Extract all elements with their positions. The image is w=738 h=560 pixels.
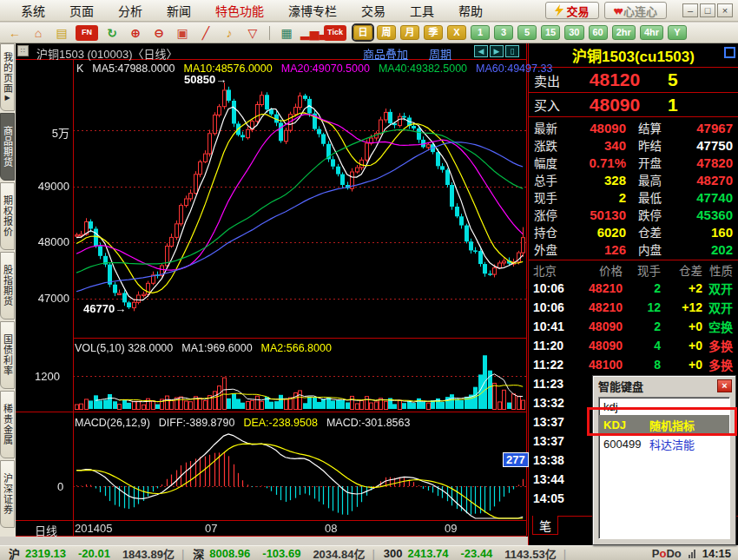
draw-icon[interactable]: ╱ — [196, 25, 215, 41]
period-30[interactable]: 30 — [564, 25, 583, 40]
splitter-button[interactable]: ∷ — [17, 45, 29, 56]
chart-nav-buttons: ◀ ▶ ▯ — [474, 45, 519, 57]
bid-qty: 1 — [662, 95, 678, 115]
menu-分析[interactable]: 分析 — [106, 0, 155, 21]
report-icon[interactable]: ▤ — [52, 25, 71, 41]
zoom-out-icon[interactable]: ⊖ — [149, 25, 168, 41]
period-周[interactable]: 周 — [377, 25, 396, 40]
time-axis-tick: 08 — [325, 522, 337, 535]
quote-stat-row: 幅度0.71% 开盘47820 — [529, 154, 738, 171]
ma-legend-item: MA5:47988.0000 — [92, 63, 175, 75]
quote-stat-row: 现手2 最低47740 — [529, 188, 738, 206]
menu-页面[interactable]: 页面 — [57, 0, 106, 21]
sidebar-tab-稀贵金属[interactable]: 稀贵金属 — [0, 391, 15, 458]
quote-stat-row: 涨跌340 昨结47750 — [529, 136, 738, 154]
menu-帮助[interactable]: 帮助 — [446, 0, 495, 21]
sidebar-tab-期权报价[interactable]: 期权报价 — [0, 182, 15, 250]
vol-legend-item: MA2:566.8000 — [261, 342, 332, 354]
period-日[interactable]: 日 — [353, 25, 372, 40]
quote-stat-row: 外盘126 内盘202 — [529, 240, 738, 258]
bid-label: 买入 — [529, 96, 567, 114]
annotation-box — [587, 407, 737, 436]
sidebar-tab-股指期货[interactable]: 股指期货 — [0, 252, 15, 320]
quote-table-icon[interactable]: ▦ — [277, 25, 296, 41]
tick-icon[interactable]: Tick — [324, 25, 346, 41]
maximize-button[interactable]: □ — [700, 3, 715, 17]
refresh-icon[interactable]: ↻ — [102, 25, 122, 41]
clock: 14:15 — [702, 547, 731, 560]
macd-legend-item: MACD(26,12,9) — [75, 417, 150, 429]
chart-canvas[interactable] — [16, 43, 528, 537]
macd-legend: MACD(26,12,9)DIFF:-389.8790DEA:-238.9508… — [75, 414, 418, 430]
period-buttons: 日周月季X1351530602hr4hrY — [353, 25, 687, 40]
period-X[interactable]: X — [447, 25, 466, 40]
menu-新闻[interactable]: 新闻 — [155, 0, 203, 21]
menu-交易[interactable]: 交易 — [349, 0, 398, 21]
period-5[interactable]: 5 — [517, 25, 537, 40]
keyboard-result-600499[interactable]: 600499科达洁能 — [599, 434, 729, 453]
home-icon[interactable]: ⌂ — [29, 25, 48, 41]
legend-k: K — [76, 63, 83, 75]
window-controls: – □ × — [682, 3, 733, 17]
tick-row: 11:2248100 8+0 多换 — [529, 355, 738, 374]
index-segment-沪: 沪2319.13 -20.011843.89亿 — [0, 545, 181, 560]
tick-tab[interactable]: 笔 — [532, 516, 558, 535]
period-Y[interactable]: Y — [668, 25, 687, 40]
menu-items: 系统页面分析新闻特色功能濠博专栏交易工具帮助 — [0, 0, 495, 21]
toolbar-icons: ←⌂▤FN↻⊕⊖▣╱♪▽▦▂▅▃Tick — [0, 25, 346, 41]
heart-link-button[interactable]: ♥♥ 心连心 — [604, 2, 667, 19]
menu-系统[interactable]: 系统 — [9, 0, 57, 21]
filter-icon[interactable]: ▽ — [243, 25, 262, 41]
period-季[interactable]: 季 — [424, 25, 443, 40]
quote-stat-row: 持仓6020 仓差160 — [529, 223, 738, 240]
heart-button-label: 心连心 — [623, 3, 657, 19]
quote-stat-row: 最新48090 结算47967 — [529, 119, 738, 136]
period-60[interactable]: 60 — [589, 25, 608, 40]
period-1[interactable]: 1 — [471, 25, 490, 40]
popup-close-icon[interactable]: × — [717, 379, 732, 392]
high-price-marker: 50850→ — [184, 73, 227, 86]
menu-濠博专栏[interactable]: 濠博专栏 — [276, 0, 349, 21]
trade-button[interactable]: 交易 — [545, 2, 599, 19]
next-page-icon[interactable]: ▶ — [490, 45, 504, 57]
menu-特色功能[interactable]: 特色功能 — [203, 0, 276, 21]
tick-row: 11:2048090 4+0 多换 — [529, 336, 738, 355]
index-segment-深: 深8008.96 -103.692034.84亿 — [184, 545, 372, 560]
sidebar-tab-我的页面[interactable]: 我的页面▶ — [0, 43, 15, 111]
kline-icon[interactable]: ▂▅▃ — [300, 25, 320, 41]
overlay-icon[interactable]: ▣ — [173, 25, 192, 41]
fn-icon[interactable]: FN — [76, 25, 98, 41]
ma-legend-item: MA60:49497.33 — [476, 63, 552, 75]
period-月[interactable]: 月 — [400, 25, 419, 40]
sidebar-tab-商品期货[interactable]: 商品期货 — [0, 113, 15, 181]
detach-panel-icon[interactable] — [724, 47, 735, 58]
lightning-icon — [555, 4, 563, 16]
zoom-in-icon[interactable]: ⊕ — [126, 25, 145, 41]
close-button[interactable]: × — [717, 3, 733, 17]
time-axis-tick: 09 — [445, 522, 457, 535]
trading-app-window: 系统页面分析新闻特色功能濠博专栏交易工具帮助 交易 ♥♥ 心连心 – □ × ←… — [0, 0, 738, 560]
sidebar-tab-沪深证券[interactable]: 沪深证券 — [0, 460, 15, 528]
toolbar: ←⌂▤FN↻⊕⊖▣╱♪▽▦▂▅▃Tick 日周月季X1351530602hr4h… — [0, 23, 738, 43]
volume-legend: VOL(5,10) 328.0000MA1:969.6000MA2:566.80… — [75, 339, 340, 355]
status-bar: 沪2319.13 -20.011843.89亿| 深8008.96 -103.6… — [0, 545, 738, 560]
trade-button-label: 交易 — [567, 3, 590, 19]
minimize-button[interactable]: – — [682, 3, 698, 17]
market-sidebar: 我的页面▶商品期货期权报价股指期货国债利率稀贵金属沪深证券 — [0, 43, 16, 537]
sidebar-tab-国债利率[interactable]: 国债利率 — [0, 321, 15, 389]
popup-title: 智能键盘 — [593, 376, 735, 395]
tick-row: 10:0648210 12+12 双开 — [529, 298, 738, 317]
period-4hr[interactable]: 4hr — [640, 25, 663, 40]
alert-icon[interactable]: ♪ — [220, 25, 239, 41]
period-15[interactable]: 15 — [541, 25, 560, 40]
menu-工具[interactable]: 工具 — [398, 0, 446, 21]
volume-axis-label: 1200 — [35, 370, 60, 383]
period-3[interactable]: 3 — [494, 25, 513, 40]
back-icon[interactable]: ← — [5, 25, 24, 41]
split-view-icon[interactable]: ▯ — [505, 45, 519, 57]
period-2hr[interactable]: 2hr — [612, 25, 636, 40]
tick-row: 10:0648210 2+2 双开 — [529, 279, 738, 298]
prev-page-icon[interactable]: ◀ — [474, 45, 488, 57]
ma-legend-item: MA40:49382.5000 — [379, 63, 467, 75]
tick-table-header: 北京价格现手仓差性质 — [529, 260, 738, 279]
